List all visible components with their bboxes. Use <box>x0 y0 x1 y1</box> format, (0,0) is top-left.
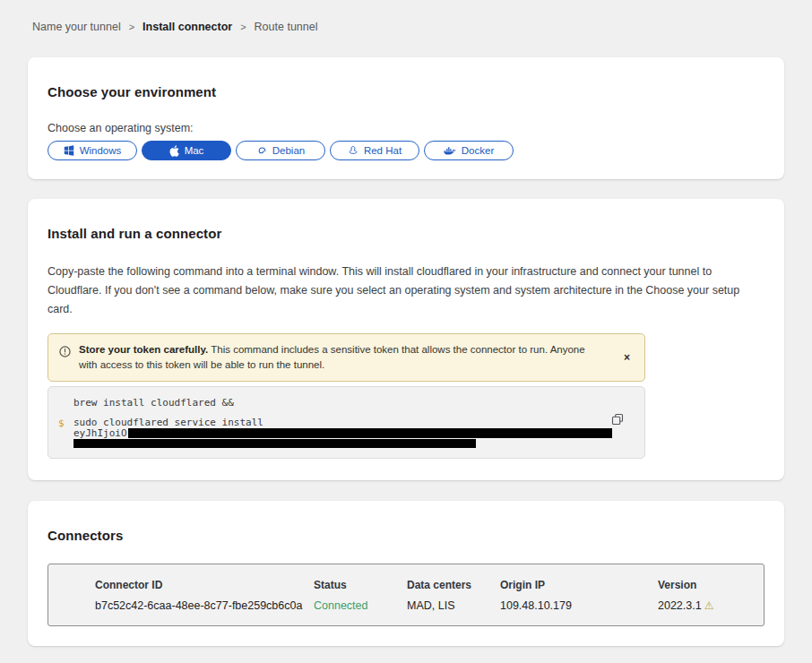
breadcrumb: Name your tunnel > Install connector > R… <box>0 0 812 33</box>
install-card-title: Install and run a connector <box>48 226 759 241</box>
warning-triangle-icon: ⚠ <box>704 599 714 612</box>
os-button-label: Red Hat <box>364 145 402 156</box>
os-button-docker[interactable]: Docker <box>424 141 514 160</box>
close-icon[interactable]: × <box>624 352 634 363</box>
connectors-table-header: Connector ID Status Data centers Origin … <box>95 579 764 591</box>
docker-icon <box>444 146 456 156</box>
connector-id-value: b7c52c42-6caa-48ee-8c77-fbe259cb6c0a <box>95 599 314 612</box>
header-status: Status <box>314 579 407 591</box>
os-button-label: Windows <box>80 145 122 156</box>
redhat-icon <box>348 145 358 156</box>
version-value: 2022.3.1⚠ <box>658 599 764 612</box>
warning-message: Store your token carefully. This command… <box>79 342 624 373</box>
debian-icon <box>256 145 267 156</box>
os-button-mac[interactable]: Mac <box>142 141 231 160</box>
shell-prompt: $ <box>58 418 65 429</box>
breadcrumb-route-tunnel[interactable]: Route tunnel <box>255 21 318 33</box>
info-circle-icon <box>59 345 71 361</box>
redacted-token-bar <box>128 428 612 438</box>
breadcrumb-separator: > <box>129 22 134 32</box>
os-button-redhat[interactable]: Red Hat <box>330 141 419 160</box>
header-connector-id: Connector ID <box>95 579 314 591</box>
os-button-windows[interactable]: Windows <box>48 141 137 160</box>
origin-ip-value: 109.48.10.179 <box>500 599 658 612</box>
install-connector-card: Install and run a connector Copy-paste t… <box>28 199 784 480</box>
os-select-label: Choose an operating system: <box>48 122 764 134</box>
warning-title: Store your token carefully. <box>79 344 208 355</box>
code-line-brew: brew install cloudflared && <box>73 398 644 409</box>
data-centers-value: MAD, LIS <box>407 599 500 612</box>
windows-icon <box>64 145 74 156</box>
redacted-token-bar <box>73 439 476 448</box>
version-number: 2022.3.1 <box>658 599 702 612</box>
environment-card-title: Choose your environment <box>48 84 764 99</box>
os-button-label: Mac <box>185 145 204 156</box>
os-button-label: Docker <box>462 145 494 156</box>
header-data-centers: Data centers <box>407 579 500 591</box>
header-version: Version <box>658 579 764 591</box>
connectors-card-title: Connectors <box>48 528 764 543</box>
os-button-label: Debian <box>272 145 305 156</box>
install-command-code-block: brew install cloudflared && $ sudo cloud… <box>48 386 645 459</box>
os-button-debian[interactable]: Debian <box>236 141 325 160</box>
copy-icon[interactable] <box>611 413 624 426</box>
header-origin-ip: Origin IP <box>500 579 658 591</box>
os-button-row: Windows Mac Debian Red Hat Docker <box>48 141 764 160</box>
code-line-sudo: sudo cloudflared service install <box>73 418 644 428</box>
apple-icon <box>169 145 179 157</box>
breadcrumb-separator: > <box>240 22 246 32</box>
status-badge: Connected <box>314 599 407 612</box>
breadcrumb-install-connector[interactable]: Install connector <box>143 21 232 33</box>
connectors-card: Connectors Connector ID Status Data cent… <box>28 501 784 646</box>
token-warning-banner: Store your token carefully. This command… <box>48 333 645 382</box>
install-description: Copy-paste the following command into a … <box>48 263 759 319</box>
breadcrumb-name-your-tunnel[interactable]: Name your tunnel <box>32 21 121 33</box>
code-line-token: eyJhIjoiO <box>73 428 644 439</box>
connectors-table: Connector ID Status Data centers Origin … <box>48 564 764 626</box>
table-row: b7c52c42-6caa-48ee-8c77-fbe259cb6c0a Con… <box>95 599 764 612</box>
choose-environment-card: Choose your environment Choose an operat… <box>28 57 784 179</box>
token-prefix: eyJhIjoiO <box>73 427 127 439</box>
